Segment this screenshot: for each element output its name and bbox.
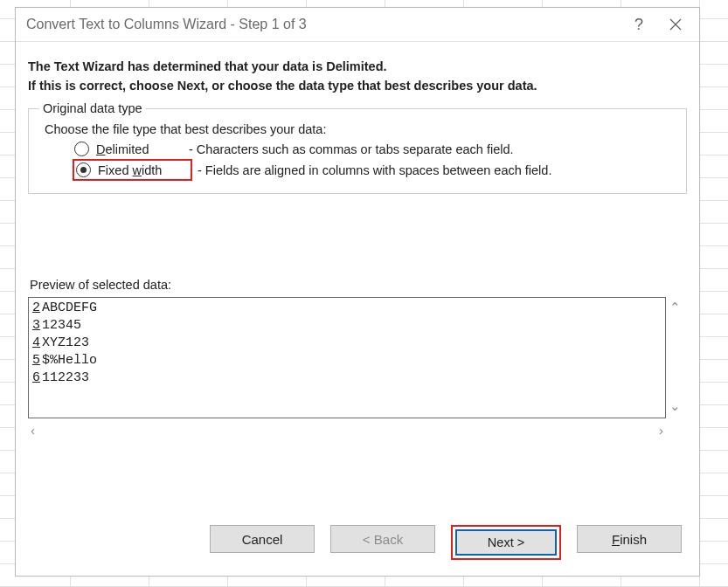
preview-scroll-vertical[interactable]: ⌃ ⌄: [669, 300, 683, 412]
choose-label: Choose the file type that best describes…: [45, 122, 676, 136]
close-button[interactable]: [657, 11, 694, 38]
cancel-button[interactable]: Cancel: [210, 525, 315, 553]
preview-row: 4XYZ123: [32, 335, 665, 352]
scroll-right-icon[interactable]: ›: [659, 424, 663, 437]
option-delimited-desc: - Characters such as commas or tabs sepa…: [189, 142, 514, 156]
option-fixed-width-highlight: Fixed width: [73, 159, 192, 181]
option-fixed-width-desc: - Fields are aligned in columns with spa…: [198, 163, 551, 177]
preview-row-text: 112233: [42, 369, 89, 387]
preview-row-text: ABCDEFG: [42, 300, 97, 317]
dialog-title: Convert Text to Columns Wizard - Step 1 …: [26, 17, 621, 32]
option-fixed-width-label[interactable]: Fixed width: [98, 163, 185, 177]
preview-row-text: 12345: [42, 317, 81, 335]
preview-row-number: 4: [32, 335, 40, 352]
scroll-left-icon[interactable]: ‹: [31, 424, 35, 437]
scroll-down-icon[interactable]: ⌄: [669, 399, 683, 412]
close-icon: [669, 18, 682, 31]
intro-line-2: If this is correct, choose Next, or choo…: [28, 79, 687, 93]
preview-row: 2ABCDEFG: [32, 300, 665, 317]
scroll-up-icon[interactable]: ⌃: [669, 300, 683, 314]
preview-row-text: XYZ123: [42, 335, 89, 352]
preview-row-number: 3: [32, 317, 40, 335]
preview-pane: 2ABCDEFG3123454XYZ1235$%Hello6112233: [28, 297, 666, 418]
preview-row: 5$%Hello: [32, 352, 665, 369]
next-button-highlight: Next >: [451, 525, 561, 560]
preview-wrap: 2ABCDEFG3123454XYZ1235$%Hello6112233 ⌃ ⌄: [28, 297, 666, 418]
radio-fixed-width[interactable]: [76, 162, 91, 177]
preview-row-number: 6: [32, 369, 40, 387]
dialog-content: The Text Wizard has determined that your…: [16, 42, 699, 514]
preview-row: 312345: [32, 317, 665, 335]
help-button[interactable]: ?: [621, 11, 657, 38]
preview-row-text: $%Hello: [42, 352, 97, 369]
titlebar: Convert Text to Columns Wizard - Step 1 …: [16, 8, 699, 42]
group-legend: Original data type: [39, 101, 146, 115]
preview-row-number: 5: [32, 352, 40, 369]
preview-label: Preview of selected data:: [30, 278, 687, 292]
wizard-dialog: Convert Text to Columns Wizard - Step 1 …: [15, 7, 700, 577]
radio-delimited[interactable]: [74, 142, 89, 156]
next-button[interactable]: Next >: [455, 529, 557, 556]
back-button: < Back: [330, 525, 435, 553]
preview-scroll-horizontal[interactable]: ‹ ›: [28, 424, 666, 437]
finish-button[interactable]: Finish: [577, 525, 682, 553]
intro-line-1: The Text Wizard has determined that your…: [28, 59, 687, 73]
preview-row-number: 2: [32, 300, 40, 317]
radio-checked-dot-icon: [80, 167, 87, 173]
button-bar: Cancel < Back Next > Finish: [16, 514, 699, 576]
option-delimited[interactable]: Delimited - Characters such as commas or…: [74, 142, 676, 156]
option-delimited-label: Delimited: [96, 142, 184, 156]
original-data-type-group: Original data type Choose the file type …: [28, 101, 687, 194]
preview-row: 6112233: [32, 369, 665, 387]
